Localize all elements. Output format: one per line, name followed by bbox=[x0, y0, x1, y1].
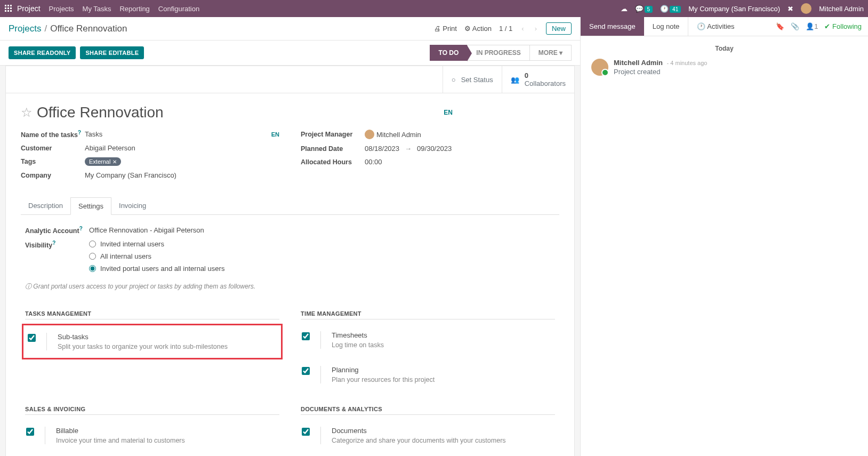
value-customer[interactable]: Abigail Peterson bbox=[85, 144, 135, 152]
user-avatar[interactable] bbox=[801, 3, 811, 14]
new-button[interactable]: New bbox=[546, 22, 572, 35]
topnav: Projects My Tasks Reporting Configuratio… bbox=[49, 5, 200, 13]
header-sales: SALES & INVOICING bbox=[25, 406, 279, 412]
chatter: Send message Log note 🕐 Activities 🔖 📎 👤… bbox=[580, 17, 868, 456]
label-customer: Customer bbox=[21, 145, 85, 152]
radio-vis-portal[interactable] bbox=[89, 265, 96, 272]
billable-desc: Invoice your time and material to custom… bbox=[56, 437, 185, 444]
stage-more[interactable]: MORE ▾ bbox=[529, 45, 572, 61]
value-hours[interactable]: 00:00 bbox=[365, 158, 382, 166]
pager-prev[interactable]: ‹ bbox=[520, 25, 525, 33]
svg-rect-7 bbox=[7, 10, 9, 12]
set-status-box[interactable]: ○Set Status bbox=[443, 66, 502, 93]
tab-invoicing[interactable]: Invoicing bbox=[111, 197, 154, 214]
nav-reporting[interactable]: Reporting bbox=[119, 5, 149, 13]
company-switcher[interactable]: My Company (San Francisco) bbox=[688, 5, 780, 13]
timesheets-title: Timesheets bbox=[332, 331, 384, 339]
bookmark-icon[interactable]: 🔖 bbox=[776, 22, 784, 30]
favorite-star-icon[interactable]: ☆ bbox=[21, 105, 33, 120]
following-button[interactable]: ✔ Following bbox=[824, 22, 862, 30]
checkbox-planning[interactable] bbox=[302, 367, 310, 375]
header-time-mgmt: TIME MANAGEMENT bbox=[301, 310, 555, 317]
action-button[interactable]: ⚙ Action bbox=[464, 25, 492, 33]
apps-icon[interactable] bbox=[4, 4, 13, 13]
label-hours: Allocated Hours bbox=[301, 158, 365, 166]
log-note-button[interactable]: Log note bbox=[644, 17, 688, 36]
svg-rect-6 bbox=[5, 10, 6, 12]
stage-todo[interactable]: TO DO bbox=[430, 45, 468, 61]
label-analytic: Analytic Account? bbox=[25, 226, 89, 235]
followers-count[interactable]: 👤1 bbox=[806, 22, 818, 30]
nav-mytasks[interactable]: My Tasks bbox=[83, 5, 111, 13]
planning-desc: Plan your resources for this project bbox=[332, 376, 435, 383]
svg-rect-3 bbox=[5, 7, 6, 9]
checkbox-billable[interactable] bbox=[26, 428, 34, 436]
msg-avatar bbox=[591, 59, 608, 76]
brand[interactable]: Project bbox=[17, 4, 41, 13]
radio-vis-all[interactable] bbox=[89, 253, 96, 260]
title-lang[interactable]: EN bbox=[444, 109, 453, 116]
chatter-date: Today bbox=[591, 45, 857, 52]
highlight-subtasks: Sub-tasks Split your tasks to organize y… bbox=[22, 324, 283, 359]
form-sheet: ○Set Status 👥 0 Collaborators ☆ Office R… bbox=[5, 66, 575, 456]
svg-rect-2 bbox=[10, 5, 12, 6]
tasks-lang[interactable]: EN bbox=[271, 131, 279, 138]
planned-start[interactable]: 08/18/2023 bbox=[365, 145, 399, 153]
checkbox-subtasks[interactable] bbox=[28, 334, 36, 342]
tab-settings[interactable]: Settings bbox=[70, 197, 111, 215]
breadcrumb-current: Office Rennovation bbox=[50, 23, 127, 34]
collaborators-box[interactable]: 👥 0 Collaborators bbox=[502, 66, 574, 93]
project-title[interactable]: Office Rennovation bbox=[37, 104, 164, 121]
label-planned: Planned Date bbox=[301, 145, 365, 153]
radio-vis-invited[interactable] bbox=[89, 241, 96, 247]
topbar: Project Projects My Tasks Reporting Conf… bbox=[0, 0, 868, 17]
value-analytic[interactable]: Office Rennovation - Abigail Peterson bbox=[89, 226, 204, 234]
pager-next[interactable]: › bbox=[533, 25, 539, 33]
nav-configuration[interactable]: Configuration bbox=[158, 5, 199, 13]
clock-icon[interactable]: 🕐41 bbox=[660, 5, 681, 13]
send-message-button[interactable]: Send message bbox=[581, 17, 644, 36]
tabs: Description Settings Invoicing bbox=[21, 197, 559, 215]
msg-text: Project created bbox=[614, 68, 707, 76]
breadcrumb-root[interactable]: Projects bbox=[9, 23, 41, 34]
documents-title: Documents bbox=[332, 427, 506, 435]
nav-projects[interactable]: Projects bbox=[49, 5, 74, 13]
tools-icon[interactable]: ✖ bbox=[787, 5, 793, 13]
value-nameoftasks[interactable]: Tasks bbox=[85, 130, 102, 138]
tab-description[interactable]: Description bbox=[21, 197, 70, 214]
timesheets-desc: Log time on tasks bbox=[332, 341, 384, 349]
planning-title: Planning bbox=[332, 366, 435, 374]
user-name[interactable]: Mitchell Admin bbox=[819, 5, 864, 13]
label-visibility: Visibility? bbox=[25, 240, 89, 249]
share-readonly-button[interactable]: SHARE READONLY bbox=[9, 46, 76, 59]
stage-inprogress[interactable]: IN PROGRESS bbox=[467, 45, 529, 61]
planned-end[interactable]: 09/30/2023 bbox=[417, 145, 452, 153]
label-tags: Tags bbox=[21, 158, 85, 165]
value-pm[interactable]: Mitchell Admin bbox=[376, 131, 421, 139]
billable-title: Billable bbox=[56, 427, 185, 435]
header-docs: DOCUMENTS & ANALYTICS bbox=[301, 406, 555, 412]
chat-icon[interactable]: 💬5 bbox=[635, 5, 653, 13]
checkbox-timesheets[interactable] bbox=[302, 332, 310, 340]
svg-rect-8 bbox=[10, 10, 12, 12]
tag-external[interactable]: External✕ bbox=[85, 157, 121, 166]
pm-avatar bbox=[365, 130, 374, 139]
value-company[interactable]: My Company (San Francisco) bbox=[85, 171, 176, 179]
svg-rect-0 bbox=[5, 5, 6, 6]
svg-rect-5 bbox=[10, 7, 12, 9]
actionbar: SHARE READONLY SHARE EDITABLE TO DO IN P… bbox=[0, 41, 580, 66]
subtasks-desc: Split your tasks to organize your work i… bbox=[58, 343, 228, 350]
date-arrow-icon: → bbox=[405, 145, 412, 153]
pager-text: 1 / 1 bbox=[499, 25, 512, 33]
documents-desc: Categorize and share your documents with… bbox=[332, 437, 506, 444]
label-nameoftasks: Name of the tasks? bbox=[21, 130, 85, 139]
checkbox-documents[interactable] bbox=[302, 428, 310, 436]
activities-button[interactable]: 🕐 Activities bbox=[688, 17, 743, 36]
share-editable-button[interactable]: SHARE EDITABLE bbox=[80, 46, 144, 59]
subtasks-title: Sub-tasks bbox=[58, 333, 228, 341]
label-pm: Project Manager bbox=[301, 131, 365, 138]
svg-rect-1 bbox=[7, 5, 9, 6]
tray-icon[interactable]: ☁ bbox=[621, 5, 628, 13]
attachment-icon[interactable]: 📎 bbox=[791, 22, 799, 30]
print-button[interactable]: 🖨 Print bbox=[434, 25, 457, 33]
